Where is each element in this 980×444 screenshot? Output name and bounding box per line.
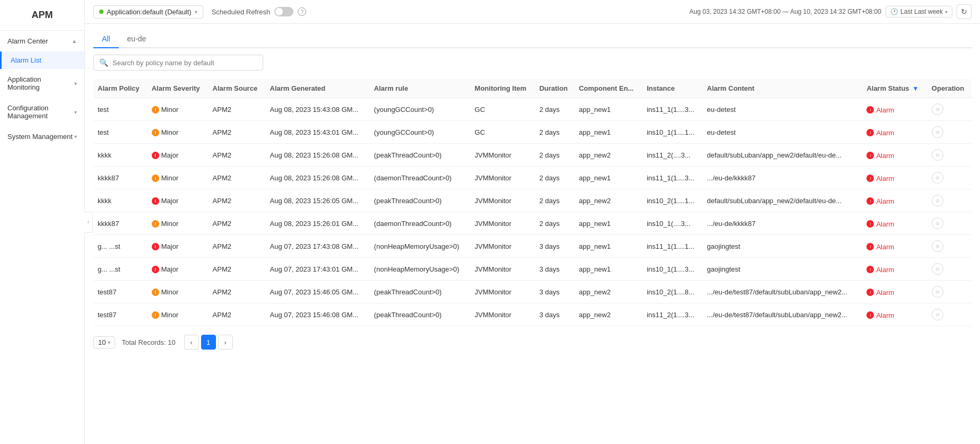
operation-button[interactable]: ○ xyxy=(932,149,943,161)
page-1-button[interactable]: 1 xyxy=(201,335,216,350)
prev-page-button[interactable]: ‹ xyxy=(184,335,199,350)
sidebar-alarm-center-section: Alarm Center ▲ Alarm List xyxy=(0,31,84,69)
sidebar: APM Alarm Center ▲ Alarm List Applicatio… xyxy=(0,0,85,444)
severity-label: Major xyxy=(161,151,179,159)
time-range-label: Last Last week xyxy=(900,8,943,15)
alarm-table-element: Alarm Policy Alarm Severity Alarm Source… xyxy=(93,79,972,326)
search-input[interactable] xyxy=(112,59,257,67)
time-picker-arrow-icon: ▾ xyxy=(945,9,948,15)
alarm-status-filter-icon[interactable]: ▼ xyxy=(913,85,919,92)
operation-button[interactable]: ○ xyxy=(932,172,943,184)
scheduled-refresh-label: Scheduled Refresh xyxy=(212,8,271,16)
cell-instance: ins10_1(....3... xyxy=(643,212,703,235)
cell-status: ! Alarm xyxy=(862,121,927,144)
sidebar-collapse-button[interactable]: ‹ xyxy=(84,212,93,233)
operation-button[interactable]: ○ xyxy=(932,240,943,252)
cell-duration: 2 days xyxy=(535,212,575,235)
col-header-alarm-rule: Alarm rule xyxy=(370,79,471,98)
severity-dot-icon: ! xyxy=(152,152,159,159)
sidebar-system-mgmt-header[interactable]: System Management ▾ xyxy=(0,126,84,147)
cell-component: app_new1 xyxy=(575,167,643,189)
main-content: Application:default (Default) ▾ Schedule… xyxy=(85,0,980,444)
cell-severity: ! Minor xyxy=(148,303,209,326)
tab-eu-de[interactable]: eu-de xyxy=(119,30,155,47)
sidebar-item-alarm-list[interactable]: Alarm List xyxy=(0,51,84,69)
cell-policy: test xyxy=(93,121,148,144)
operation-button[interactable]: ○ xyxy=(932,195,943,206)
scheduled-refresh-toggle[interactable] xyxy=(274,7,293,16)
alarm-status-dot-icon: ! xyxy=(866,220,874,228)
col-header-alarm-generated: Alarm Generated xyxy=(266,79,370,98)
app-selector-dropdown[interactable]: Application:default (Default) ▾ xyxy=(93,5,203,19)
cell-instance: ins10_1(1....1... xyxy=(643,121,703,144)
refresh-button[interactable]: ↻ xyxy=(957,4,972,19)
cell-rule: (youngGCCount>0) xyxy=(370,121,471,144)
cell-source: APM2 xyxy=(209,189,266,212)
cell-content: default/subLuban/app_new2/default/eu-de.… xyxy=(703,189,862,212)
cell-operation: ○ xyxy=(927,98,972,121)
cell-rule: (youngGCCount>0) xyxy=(370,98,471,121)
cell-severity: ! Major xyxy=(148,235,209,258)
sidebar-app-monitoring-header[interactable]: Application Monitoring ▾ xyxy=(0,69,84,98)
cell-rule: (daemonThreadCount>0) xyxy=(370,167,471,189)
operation-button[interactable]: ○ xyxy=(932,309,943,320)
cell-monitoring-item: GC xyxy=(471,98,535,121)
severity-dot-icon: ! xyxy=(152,175,159,182)
cell-generated: Aug 07, 2023 15:46:05 GM... xyxy=(266,281,370,303)
cell-instance: ins11_1(1....3... xyxy=(643,167,703,189)
alarm-status-label: Alarm xyxy=(876,220,894,228)
topbar-left: Application:default (Default) ▾ Schedule… xyxy=(93,5,306,19)
cell-monitoring-item: JVMMonitor xyxy=(471,167,535,189)
cell-severity: ! Minor xyxy=(148,167,209,189)
table-row: test ! Minor APM2 Aug 08, 2023 15:43:01 … xyxy=(93,121,972,144)
cell-content: eu-detest xyxy=(703,98,862,121)
table-row: test87 ! Minor APM2 Aug 07, 2023 15:46:0… xyxy=(93,303,972,326)
cell-component: app_new2 xyxy=(575,189,643,212)
sidebar-alarm-center-header[interactable]: Alarm Center ▲ xyxy=(0,31,84,51)
sidebar-config-mgmt-header[interactable]: Configuration Management ▾ xyxy=(0,98,84,126)
cell-duration: 3 days xyxy=(535,235,575,258)
severity-label: Major xyxy=(161,265,179,273)
scheduled-refresh-control: Scheduled Refresh ? xyxy=(212,7,307,16)
severity-label: Minor xyxy=(161,128,179,136)
time-range-picker[interactable]: 🕐 Last Last week ▾ xyxy=(886,6,952,18)
alarm-status-label: Alarm xyxy=(876,243,894,251)
alarm-status-dot-icon: ! xyxy=(866,311,874,319)
table-row: g... ...st ! Major APM2 Aug 07, 2023 17:… xyxy=(93,235,972,258)
cell-generated: Aug 08, 2023 15:26:08 GM... xyxy=(266,167,370,189)
cell-component: app_new2 xyxy=(575,144,643,167)
operation-button[interactable]: ○ xyxy=(932,286,943,298)
operation-button[interactable]: ○ xyxy=(932,217,943,229)
app-selector-label: Application:default (Default) xyxy=(107,8,192,16)
cell-component: app_new1 xyxy=(575,98,643,121)
severity-dot-icon: ! xyxy=(152,243,159,250)
cell-policy: test87 xyxy=(93,281,148,303)
cell-component: app_new2 xyxy=(575,303,643,326)
operation-button[interactable]: ○ xyxy=(932,103,943,115)
tabs-bar: All eu-de xyxy=(93,24,972,48)
operation-button[interactable]: ○ xyxy=(932,263,943,275)
cell-component: app_new2 xyxy=(575,281,643,303)
cell-source: APM2 xyxy=(209,235,266,258)
per-page-selector[interactable]: 10 ▾ xyxy=(93,336,115,349)
total-records-label: Total Records: 10 xyxy=(122,338,175,346)
col-header-operation: Operation xyxy=(927,79,972,98)
next-page-button[interactable]: › xyxy=(218,335,233,350)
cell-operation: ○ xyxy=(927,189,972,212)
alarm-status-label: Alarm xyxy=(876,197,894,205)
cell-rule: (nonHeapMemoryUsage>0) xyxy=(370,258,471,281)
cell-content: .../eu-de/test87/default/subLuban/app_ne… xyxy=(703,303,862,326)
cell-generated: Aug 07, 2023 15:46:08 GM... xyxy=(266,303,370,326)
info-icon[interactable]: ? xyxy=(298,7,306,16)
operation-button[interactable]: ○ xyxy=(932,126,943,138)
table-row: kkkk87 ! Minor APM2 Aug 08, 2023 15:26:0… xyxy=(93,212,972,235)
tab-all[interactable]: All xyxy=(93,30,119,47)
alarm-status-dot-icon: ! xyxy=(866,243,874,250)
cell-source: APM2 xyxy=(209,212,266,235)
cell-monitoring-item: JVMMonitor xyxy=(471,212,535,235)
cell-rule: (nonHeapMemoryUsage>0) xyxy=(370,235,471,258)
cell-operation: ○ xyxy=(927,212,972,235)
alarm-status-dot-icon: ! xyxy=(866,289,874,296)
cell-source: APM2 xyxy=(209,98,266,121)
alarm-status-label: Alarm xyxy=(876,152,894,160)
